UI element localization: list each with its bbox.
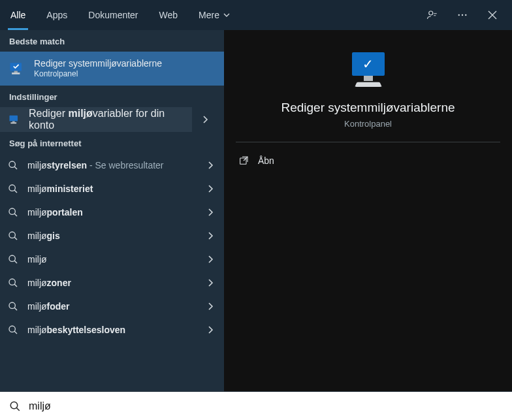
svg-rect-8 (12, 121, 15, 123)
more-options-button[interactable] (448, 0, 477, 30)
chevron-right-icon (204, 302, 216, 311)
web-result-label: miljøbeskyttelsesloven (27, 325, 125, 335)
web-result-label: miljøfoder (27, 301, 70, 312)
close-button[interactable] (478, 0, 507, 30)
tab-more[interactable]: Mere (188, 0, 240, 30)
search-icon (8, 325, 18, 335)
tab-more-label: Mere (199, 10, 219, 20)
svg-point-15 (9, 279, 15, 285)
settings-result-label: Rediger miljøvariabler for din konto (29, 108, 184, 131)
svg-rect-5 (14, 71, 18, 73)
tab-all[interactable]: Alle (0, 0, 36, 30)
section-web: Søg på internettet (0, 132, 224, 153)
web-result[interactable]: miljøgis (0, 224, 224, 248)
svg-rect-6 (12, 73, 20, 74)
divider (236, 142, 500, 142)
web-result-label: miljø (27, 254, 47, 265)
svg-point-3 (465, 14, 466, 16)
search-icon (8, 278, 18, 288)
web-result-label: miljøportalen (27, 207, 83, 218)
results-panel: Bedste match Rediger systemmiljøvariable… (0, 30, 224, 391)
control-panel-icon (8, 59, 26, 78)
chevron-right-icon (204, 161, 216, 170)
tab-web[interactable]: Web (149, 0, 189, 30)
web-result[interactable]: miljøportalen (0, 201, 224, 224)
web-result[interactable]: miljøbeskyttelsesloven (0, 318, 224, 342)
control-panel-icon (8, 113, 21, 126)
svg-rect-7 (10, 116, 18, 121)
open-action[interactable]: Åbn (236, 152, 500, 170)
tab-bar: Alle Apps Dokumenter Web Mere (0, 0, 512, 30)
search-input[interactable] (29, 400, 503, 412)
svg-point-14 (9, 255, 15, 261)
svg-point-17 (9, 326, 15, 332)
web-result[interactable]: miljø (0, 248, 224, 271)
best-match-result[interactable]: Rediger systemmiljøvariablerne Kontrolpa… (0, 52, 224, 86)
open-icon (238, 155, 249, 166)
expand-button[interactable] (193, 107, 217, 132)
section-best-match: Bedste match (0, 30, 224, 52)
web-result[interactable]: miljøzoner (0, 271, 224, 295)
tab-apps[interactable]: Apps (36, 0, 78, 30)
tab-documents[interactable]: Dokumenter (78, 0, 148, 30)
web-result[interactable]: miljøministeriet (0, 177, 224, 201)
chevron-right-icon (204, 255, 216, 264)
svg-point-13 (9, 232, 15, 238)
preview-title: Rediger systemmiljøvariablerne (236, 101, 500, 115)
svg-point-0 (429, 11, 433, 15)
chevron-right-icon (204, 208, 216, 217)
search-icon (8, 160, 18, 170)
web-result-label: miljøministeriet (27, 184, 93, 194)
settings-result-env-vars[interactable]: Rediger miljøvariabler for din konto (0, 107, 192, 132)
search-icon (8, 254, 18, 265)
chevron-right-icon (204, 325, 216, 334)
preview-panel: ✓ Rediger systemmiljøvariablerne Kontrol… (224, 30, 512, 391)
web-result[interactable]: miljøstyrelsen - Se webresultater (0, 153, 224, 177)
feedback-button[interactable] (418, 0, 447, 30)
svg-point-1 (458, 14, 460, 16)
preview-app-icon: ✓ (345, 52, 392, 91)
search-icon (8, 207, 18, 218)
svg-rect-9 (10, 122, 16, 123)
web-result-label: miljøgis (27, 231, 60, 241)
svg-point-11 (9, 185, 15, 191)
web-result-label: miljøzoner (27, 278, 71, 288)
open-label: Åbn (258, 155, 274, 166)
svg-point-12 (9, 208, 15, 214)
svg-point-19 (10, 402, 18, 409)
svg-point-10 (9, 161, 15, 167)
web-result[interactable]: miljøfoder (0, 295, 224, 318)
svg-point-2 (462, 14, 463, 16)
best-match-title: Rediger systemmiljøvariablerne (34, 58, 162, 69)
search-icon (8, 301, 18, 312)
chevron-right-icon (204, 184, 216, 193)
search-icon (8, 184, 18, 194)
search-bar (0, 391, 512, 420)
chevron-right-icon (204, 231, 216, 240)
chevron-down-icon (223, 12, 230, 18)
search-icon (9, 400, 21, 412)
best-match-subtitle: Kontrolpanel (34, 69, 162, 78)
preview-subtitle: Kontrolpanel (236, 119, 500, 129)
section-settings: Indstillinger (0, 86, 224, 107)
web-result-label: miljøstyrelsen - Se webresultater (27, 160, 164, 170)
chevron-right-icon (204, 278, 216, 287)
search-icon (8, 231, 18, 241)
svg-point-16 (9, 302, 15, 308)
